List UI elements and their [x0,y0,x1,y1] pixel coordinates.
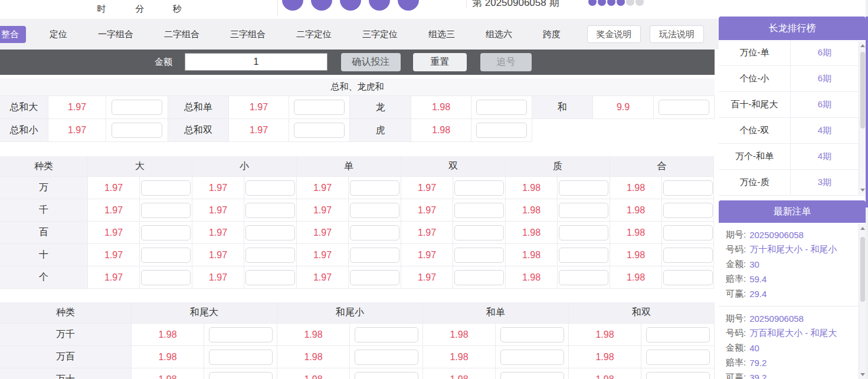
bet-amount-input[interactable] [454,270,504,285]
bet-amount-input[interactable] [350,225,399,240]
bet-amount-input[interactable] [646,327,710,342]
bet-amount-input[interactable] [476,123,527,138]
bet-amount-input[interactable] [350,270,399,285]
bet-amount-input[interactable] [245,248,295,263]
bet-amount-input[interactable] [209,327,273,342]
bet-amount-input[interactable] [355,327,418,342]
bet-amount-input[interactable] [559,180,608,196]
bet-amount-input[interactable] [350,203,399,218]
odds-value: 1.98 [569,346,641,368]
bet-amount-input[interactable] [454,203,504,218]
bet-amount-input[interactable] [350,248,399,263]
ranking-streak: 4期 [791,118,859,143]
bet-amount-input[interactable] [454,248,504,263]
bet-amount-input[interactable] [141,180,191,196]
bet-amount-input[interactable] [245,270,295,285]
bet-amount-input[interactable] [559,270,608,285]
nav-tab[interactable]: 定位 [42,26,74,43]
scrollbar-thumb[interactable] [860,237,865,302]
confirm-bet-button[interactable]: 确认投注 [341,53,401,71]
bet-amount-input[interactable] [112,100,162,115]
nav-tab[interactable]: 二字定位 [289,26,339,43]
bet-amount-input[interactable] [659,100,709,115]
bet-amount-input[interactable] [663,248,713,263]
bet-amount-input[interactable] [476,100,527,115]
bet-amount-input[interactable] [500,327,564,342]
bonus-help-button[interactable]: 奖金说明 [587,25,641,43]
bet-entry-line: 赔率:59.4 [726,272,859,286]
amount-input[interactable] [185,53,327,71]
bet-amount-input[interactable] [500,350,564,365]
scroll-up-icon[interactable] [860,44,865,47]
page-scrollbar[interactable] [866,0,868,379]
bet-field-label: 金额: [726,342,746,354]
bet-amount-input[interactable] [663,270,713,285]
sum-option-label: 总和大 [0,96,48,119]
bet-amount-input[interactable] [454,180,504,196]
bet-amount-input[interactable] [646,350,710,365]
bet-amount-input[interactable] [141,270,191,285]
bet-amount-input[interactable] [141,248,191,263]
bet-amount-input[interactable] [294,100,345,115]
bet-amount-input[interactable] [209,350,273,365]
bet-amount-input[interactable] [245,180,295,196]
ranking-scrollbar[interactable] [859,41,866,195]
bet-input-cell [289,96,350,119]
bet-input-cell [349,244,401,266]
nav-tab[interactable]: 三字定位 [355,26,405,43]
bet-field-value: 79.2 [749,358,767,368]
bet-amount-input[interactable] [663,203,713,218]
column-header: 和尾大 [132,302,277,324]
scroll-down-icon[interactable] [860,189,865,192]
latest-bets-scrollbar[interactable] [859,224,866,379]
nav-tab[interactable]: 组选六 [479,26,519,43]
odds-value: 1.97 [297,177,349,199]
bet-amount-input[interactable] [112,123,162,138]
page-scrollbar-thumb[interactable] [866,17,868,207]
bet-amount-input[interactable] [646,372,710,379]
bet-input-cell [140,244,192,266]
nav-tab[interactable]: 整合 [0,26,26,43]
bet-amount-input[interactable] [141,203,191,218]
bet-amount-input[interactable] [141,225,191,240]
nav-tab[interactable]: 跨度 [536,26,568,43]
bet-amount-input[interactable] [355,350,418,365]
bet-amount-input[interactable] [663,180,713,196]
bet-amount-input[interactable] [559,248,608,263]
chase-number-button[interactable]: 追号 [480,53,532,71]
scroll-up-icon[interactable] [860,227,865,230]
bet-amount-input[interactable] [454,225,504,240]
bet-input-cell [204,346,277,368]
bet-field-value: 20250906058 [749,230,804,240]
nav-tab[interactable]: 一字组合 [91,26,140,43]
bet-amount-input[interactable] [350,180,399,196]
nav-tab[interactable]: 组选三 [421,26,462,43]
bet-amount-input[interactable] [663,225,713,240]
bet-amount-input[interactable] [245,203,295,218]
ranking-name: 万位-单 [719,40,791,65]
nav-tab[interactable]: 二字组合 [157,26,207,43]
bet-amount-input[interactable] [294,123,345,138]
odds-value: 1.97 [297,244,349,266]
bet-entry: 期号:20250906058号码:万十和尾大小 - 和尾小金额:30赔率:59.… [726,228,859,301]
draw-ball [282,0,303,11]
bet-amount-input[interactable] [500,372,564,379]
row-label: 千 [0,199,88,222]
bet-input-cell [350,368,423,379]
bet-amount-input[interactable] [559,203,608,218]
issue-progress-dot [598,0,606,6]
bet-input-cell [244,222,297,244]
bet-amount-input[interactable] [355,372,418,379]
bet-amount-input[interactable] [559,225,608,240]
bet-amount-input[interactable] [245,225,295,240]
bet-amount-input[interactable] [209,372,273,379]
reset-button[interactable]: 重置 [413,53,467,71]
ranking-streak: 6期 [791,40,859,65]
row-label: 万 [0,177,88,199]
sum-tail-odds-table: 种类和尾大和尾小和单和双万千1.981.981.981.98万百1.981.98… [0,302,715,379]
scrollbar-thumb[interactable] [860,52,865,128]
bet-input-cell [662,199,714,222]
scroll-down-icon[interactable] [860,373,865,376]
nav-tab[interactable]: 三字组合 [223,26,273,43]
play-help-button[interactable]: 玩法说明 [650,25,704,43]
